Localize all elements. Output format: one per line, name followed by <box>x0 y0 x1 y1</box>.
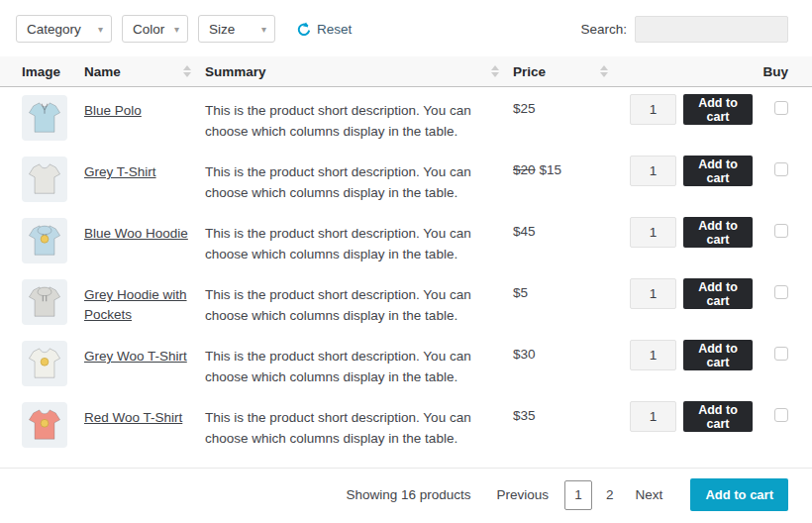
pagination-page-1-current[interactable]: 1 <box>564 480 592 510</box>
table-row: Blue Polo This is the product short desc… <box>0 87 812 149</box>
quantity-input[interactable] <box>630 217 676 248</box>
sort-icon[interactable] <box>491 65 499 77</box>
product-summary: This is the product short description. Y… <box>205 333 498 388</box>
product-summary: This is the product short description. Y… <box>205 149 498 204</box>
product-summary: This is the product short description. Y… <box>205 210 498 265</box>
product-price: $35 <box>513 394 622 423</box>
buy-checkbox[interactable] <box>774 224 788 238</box>
product-name-link[interactable]: Grey Woo T-Shirt <box>84 349 187 364</box>
size-filter-label: Size <box>209 22 235 37</box>
header-buy: Buy <box>753 64 788 79</box>
table-row: Blue Woo Hoodie This is the product shor… <box>0 210 812 271</box>
quantity-input[interactable] <box>630 340 676 370</box>
table-row: Grey T-Shirt This is the product short d… <box>0 149 812 210</box>
search-label: Search: <box>580 22 627 37</box>
table-footer: Showing 16 products Previous 1 2 Next Ad… <box>0 469 812 511</box>
product-name-link[interactable]: Grey Hoodie with Pockets <box>84 287 187 322</box>
buy-checkbox[interactable] <box>774 162 788 176</box>
filter-bar: Category ▾ Color ▾ Size ▾ Reset Search: <box>16 15 788 43</box>
product-name-link[interactable]: Red Woo T-Shirt <box>84 410 182 425</box>
product-name-link[interactable]: Grey T-Shirt <box>84 164 156 179</box>
table-row: Red Woo T-Shirt This is the product shor… <box>0 394 812 456</box>
current-price: $45 <box>513 224 536 239</box>
header-image: Image <box>22 64 84 79</box>
buy-checkbox[interactable] <box>774 408 788 422</box>
quantity-input[interactable] <box>630 278 676 309</box>
reset-icon <box>297 22 312 37</box>
product-thumbnail <box>22 157 67 202</box>
reset-label: Reset <box>317 22 352 37</box>
sort-icon[interactable] <box>600 65 608 77</box>
search-input[interactable] <box>635 16 788 43</box>
shirt-image <box>26 222 63 260</box>
shirt-image <box>26 99 63 137</box>
product-price: $25 <box>513 87 622 116</box>
caret-down-icon: ▾ <box>98 24 103 35</box>
table-header: Image Name Summary Price Buy <box>0 56 812 87</box>
product-table-page: Category ▾ Color ▾ Size ▾ Reset Search: … <box>0 0 812 523</box>
product-name-link[interactable]: Blue Woo Hoodie <box>84 226 188 241</box>
caret-down-icon: ▾ <box>174 24 179 35</box>
quantity-input[interactable] <box>630 156 676 186</box>
category-filter-dropdown[interactable]: Category ▾ <box>16 15 112 43</box>
product-thumbnail <box>22 95 67 141</box>
color-filter-dropdown[interactable]: Color ▾ <box>122 15 188 43</box>
old-price: $20 <box>513 162 536 177</box>
current-price: $35 <box>513 408 536 423</box>
buy-checkbox[interactable] <box>774 347 788 361</box>
sort-icon[interactable] <box>183 65 191 77</box>
shirt-image <box>26 406 63 444</box>
product-name-link[interactable]: Blue Polo <box>84 103 142 118</box>
product-thumbnail <box>22 341 67 386</box>
caret-down-icon: ▾ <box>261 24 266 35</box>
add-to-cart-button[interactable]: Add to cart <box>683 217 753 248</box>
add-to-cart-button[interactable]: Add to cart <box>683 278 753 309</box>
pagination-page-2[interactable]: 2 <box>606 487 614 502</box>
buy-checkbox[interactable] <box>774 101 788 115</box>
shirt-image <box>26 160 63 198</box>
header-summary[interactable]: Summary <box>205 64 513 79</box>
product-price: $5 <box>513 271 622 300</box>
buy-checkbox[interactable] <box>774 285 788 299</box>
product-thumbnail <box>22 279 67 325</box>
header-name[interactable]: Name <box>84 64 205 79</box>
reset-filters-link[interactable]: Reset <box>297 22 352 37</box>
category-filter-label: Category <box>27 22 81 37</box>
current-price: $25 <box>513 101 536 116</box>
product-thumbnail <box>22 218 67 263</box>
current-price: $15 <box>540 162 562 177</box>
product-summary: This is the product short description. Y… <box>205 87 498 143</box>
product-thumbnail <box>22 402 67 448</box>
shirt-image <box>26 345 63 382</box>
bulk-add-to-cart-button[interactable]: Add to cart <box>690 478 788 511</box>
product-price: $30 <box>513 333 622 362</box>
pagination-next[interactable]: Next <box>636 487 663 502</box>
pagination-previous[interactable]: Previous <box>497 487 550 502</box>
add-to-cart-button[interactable]: Add to cart <box>683 340 753 370</box>
header-price[interactable]: Price <box>513 64 622 79</box>
product-price: $45 <box>513 210 622 239</box>
showing-products-count: Showing 16 products <box>346 487 470 502</box>
add-to-cart-button[interactable]: Add to cart <box>683 94 753 125</box>
product-summary: This is the product short description. Y… <box>205 394 498 450</box>
current-price: $5 <box>513 285 528 300</box>
size-filter-dropdown[interactable]: Size ▾ <box>198 15 275 43</box>
search-area: Search: <box>580 16 788 43</box>
add-to-cart-button[interactable]: Add to cart <box>683 401 753 432</box>
product-price: $20$15 <box>513 149 622 177</box>
shirt-image <box>26 283 63 321</box>
current-price: $30 <box>513 347 536 362</box>
quantity-input[interactable] <box>630 401 676 432</box>
table-row: Grey Hoodie with Pockets This is the pro… <box>0 271 812 333</box>
quantity-input[interactable] <box>630 94 676 125</box>
add-to-cart-button[interactable]: Add to cart <box>683 156 753 186</box>
color-filter-label: Color <box>133 22 164 37</box>
table-row: Grey Woo T-Shirt This is the product sho… <box>0 333 812 394</box>
product-summary: This is the product short description. Y… <box>205 271 498 327</box>
